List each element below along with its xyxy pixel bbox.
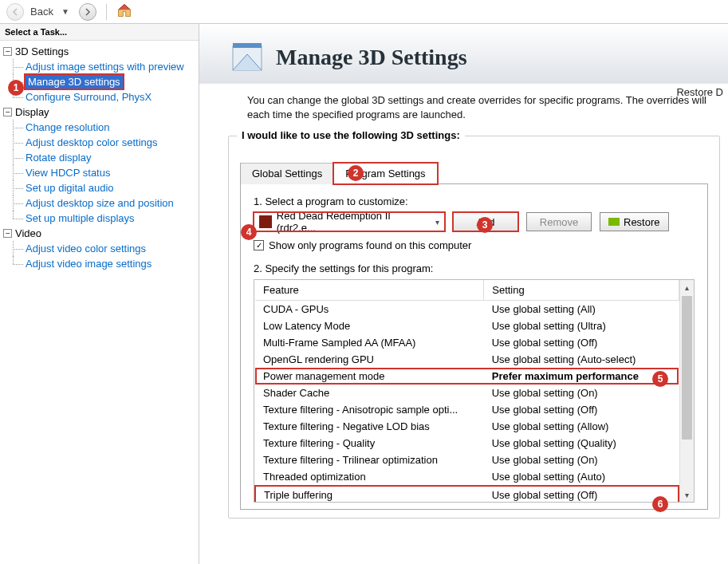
- feature-cell: Low Latency Mode: [255, 317, 484, 334]
- tree-group-label[interactable]: Display: [15, 106, 49, 118]
- setting-cell[interactable]: Use global setting (Allow): [484, 418, 679, 435]
- step2-label: 2. Specify the settings for this program…: [254, 262, 695, 274]
- column-feature[interactable]: Feature: [255, 280, 484, 301]
- restore-button[interactable]: Restore: [600, 212, 669, 231]
- feature-cell: Threaded optimization: [255, 468, 484, 486]
- feature-cell: Shader Cache: [255, 385, 484, 401]
- tree-toggle[interactable]: −: [3, 47, 12, 56]
- table-row[interactable]: Low Latency ModeUse global setting (Ultr…: [255, 317, 679, 334]
- table-row[interactable]: Triple bufferingUse global setting (Off): [255, 486, 679, 502]
- task-tree: −3D SettingsAdjust image settings with p…: [0, 41, 199, 564]
- intro-text: You can change the global 3D settings an…: [199, 84, 728, 121]
- tree-group-label[interactable]: Video: [15, 227, 41, 239]
- back-history-dropdown[interactable]: ▼: [61, 7, 69, 16]
- nvidia-badge-icon: [608, 218, 620, 226]
- remove-button[interactable]: Remove: [526, 212, 592, 231]
- tree-toggle[interactable]: −: [3, 229, 12, 238]
- column-setting[interactable]: Setting: [484, 280, 679, 301]
- table-row[interactable]: Texture filtering - Negative LOD biasUse…: [255, 418, 679, 435]
- tree-link[interactable]: Adjust desktop size and position: [26, 197, 174, 209]
- program-select-value: Red Dead Redemption II (rdr2.e...: [277, 210, 431, 234]
- table-row[interactable]: Texture filtering - QualityUse global se…: [255, 435, 679, 452]
- toolbar: Back ▼: [0, 0, 728, 24]
- settings-table: Feature Setting CUDA - GPUsUse global se…: [254, 280, 679, 502]
- table-row[interactable]: CUDA - GPUsUse global setting (All): [255, 301, 679, 318]
- settings-group: I would like to use the following 3D set…: [228, 136, 720, 519]
- setting-cell[interactable]: Use global setting (Off): [484, 486, 679, 502]
- scroll-up-icon[interactable]: ▴: [680, 280, 694, 294]
- tab-global-settings[interactable]: Global Settings: [240, 163, 334, 184]
- tree-group-label[interactable]: 3D Settings: [15, 45, 69, 57]
- show-only-label: Show only programs found on this compute…: [269, 239, 471, 251]
- table-row[interactable]: OpenGL rendering GPUUse global setting (…: [255, 351, 679, 368]
- tree-link[interactable]: Set up digital audio: [26, 182, 114, 194]
- tree-link[interactable]: Configure Surround, PhysX: [26, 91, 152, 103]
- table-row[interactable]: Texture filtering - Anisotropic sample o…: [255, 401, 679, 418]
- add-button[interactable]: Add: [453, 212, 518, 231]
- tree-link[interactable]: View HDCP status: [26, 167, 110, 179]
- table-row[interactable]: Threaded optimizationUse global setting …: [255, 468, 679, 486]
- setting-cell[interactable]: Use global setting (Quality): [484, 435, 679, 452]
- forward-button[interactable]: [79, 3, 96, 21]
- restore-button-label: Restore: [624, 216, 660, 228]
- tree-link[interactable]: Change resolution: [26, 121, 110, 133]
- feature-cell: Texture filtering - Quality: [255, 435, 484, 452]
- restore-defaults-link[interactable]: Restore D: [676, 86, 728, 98]
- back-button[interactable]: [6, 3, 24, 21]
- tab-program-settings[interactable]: Program Settings: [333, 163, 437, 184]
- tree-link[interactable]: Rotate display: [26, 152, 91, 164]
- tree-link[interactable]: Adjust image settings with preview: [26, 61, 184, 73]
- step1-label: 1. Select a program to customize:: [254, 195, 695, 207]
- feature-cell: Multi-Frame Sampled AA (MFAA): [255, 334, 484, 351]
- page-title: Manage 3D Settings: [276, 45, 467, 70]
- setting-cell[interactable]: Use global setting (Off): [484, 334, 679, 351]
- scrollbar[interactable]: ▴ ▾: [679, 280, 694, 502]
- feature-cell: Texture filtering - Anisotropic sample o…: [255, 401, 484, 418]
- tabstrip: Global Settings Program Settings: [240, 162, 708, 184]
- show-only-checkbox[interactable]: ✓: [254, 240, 264, 250]
- feature-cell: CUDA - GPUs: [255, 301, 484, 318]
- tree-link[interactable]: Adjust desktop color settings: [26, 136, 157, 148]
- feature-cell: Triple buffering: [255, 486, 484, 502]
- feature-cell: Texture filtering - Negative LOD bias: [255, 418, 484, 435]
- setting-cell[interactable]: Use global setting (Off): [484, 401, 679, 418]
- feature-cell: OpenGL rendering GPU: [255, 351, 484, 368]
- chevron-down-icon: ▾: [435, 218, 439, 227]
- sidebar: Select a Task... −3D SettingsAdjust imag…: [0, 24, 199, 564]
- header-band: Manage 3D Settings: [199, 24, 728, 84]
- group-label: I would like to use the following 3D set…: [237, 129, 465, 141]
- table-row[interactable]: Multi-Frame Sampled AA (MFAA)Use global …: [255, 334, 679, 351]
- svg-rect-1: [233, 43, 262, 48]
- setting-cell[interactable]: Use global setting (All): [484, 301, 679, 318]
- feature-cell: Texture filtering - Trilinear optimizati…: [255, 452, 484, 468]
- settings-table-wrap: Feature Setting CUDA - GPUsUse global se…: [254, 279, 695, 503]
- back-label: Back: [30, 6, 53, 18]
- program-select[interactable]: Red Dead Redemption II (rdr2.e... ▾: [254, 212, 445, 231]
- tab-body: 1. Select a program to customize: Red De…: [240, 184, 708, 510]
- setting-cell[interactable]: Use global setting (On): [484, 452, 679, 468]
- sidebar-header: Select a Task...: [0, 24, 199, 41]
- content: Manage 3D Settings Restore D You can cha…: [199, 24, 728, 564]
- scroll-down-icon[interactable]: ▾: [680, 487, 694, 502]
- tree-link[interactable]: Manage 3D settings: [26, 75, 123, 89]
- setting-cell[interactable]: Use global setting (On): [484, 385, 679, 401]
- table-row[interactable]: Texture filtering - Trilinear optimizati…: [255, 452, 679, 468]
- feature-cell: Power management mode: [255, 368, 484, 385]
- toolbar-divider: [106, 4, 107, 20]
- table-row[interactable]: Power management modePrefer maximum perf…: [255, 368, 679, 385]
- table-row[interactable]: Shader CacheUse global setting (On): [255, 385, 679, 401]
- tree-link[interactable]: Adjust video color settings: [26, 243, 146, 254]
- program-icon: [259, 215, 272, 228]
- scroll-thumb[interactable]: [682, 296, 692, 440]
- home-icon[interactable]: [116, 2, 132, 21]
- tree-toggle[interactable]: −: [3, 108, 12, 116]
- tree-link[interactable]: Adjust video image settings: [26, 258, 152, 270]
- setting-cell[interactable]: Use global setting (Ultra): [484, 317, 679, 334]
- setting-cell[interactable]: Prefer maximum performance: [484, 368, 679, 385]
- settings-icon: [228, 38, 266, 77]
- tree-link[interactable]: Set up multiple displays: [26, 212, 135, 224]
- setting-cell[interactable]: Use global setting (Auto): [484, 468, 679, 486]
- setting-cell[interactable]: Use global setting (Auto-select): [484, 351, 679, 368]
